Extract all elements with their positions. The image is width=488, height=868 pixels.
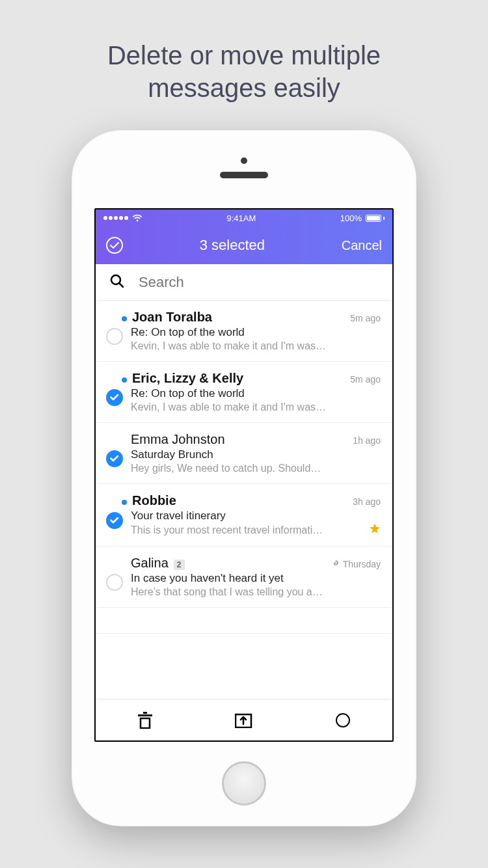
bottom-toolbar [96,699,392,740]
sender-line: Emma Johnston1h ago [131,432,381,447]
search-row[interactable] [96,264,392,301]
svg-rect-4 [143,712,147,714]
subject: Saturday Brunch [131,448,381,461]
nav-bar: 3 selected Cancel [96,226,392,264]
select-checkbox[interactable] [106,574,123,591]
screen: 9:41AM 100% 3 selected Cancel Joan Toral… [94,208,394,742]
svg-rect-3 [141,718,150,728]
preview-text: Kevin, I was able to make it and I'm was… [131,401,381,413]
wifi-icon [132,214,142,222]
phone-camera-dot [241,157,247,164]
thread-count-badge: 2 [174,560,185,570]
svg-rect-2 [138,714,152,716]
svg-line-1 [120,283,124,287]
preview-text: Here's that song that I was telling you … [131,586,381,598]
battery-icon [366,215,385,222]
promo-tagline: Delete or move multiple messages easily [107,39,381,104]
trash-icon [137,712,153,729]
unread-dot-icon [122,316,127,321]
move-folder-icon [235,712,253,728]
tagline-line2: messages easily [148,74,340,102]
message-content: Robbie3h agoYour travel itineraryThis is… [131,493,381,537]
select-checkbox[interactable] [106,389,123,406]
checkbox-column [105,556,124,598]
checkbox-column [105,310,124,352]
search-icon [110,274,124,291]
select-checkbox[interactable] [106,450,123,467]
sender-line: Joan Toralba5m ago [131,310,381,325]
message-list[interactable]: Joan Toralba5m agoRe: On top of the worl… [96,301,392,699]
check-icon [110,394,119,401]
timestamp: Thursday [331,559,381,569]
checkbox-column [105,371,124,413]
mark-read-button[interactable] [331,709,355,732]
sender-name: Emma Johnston [131,432,225,447]
sender-line: Galina2Thursday [131,556,381,571]
star-icon[interactable] [369,522,381,537]
nav-title: 3 selected [200,237,265,254]
subject: Re: On top of the world [131,326,381,339]
battery-percent: 100% [340,213,362,223]
select-checkbox[interactable] [106,328,123,345]
partial-row [96,608,392,634]
delete-button[interactable] [133,709,157,732]
sender-name: Galina [131,556,169,571]
attachment-icon [331,559,340,569]
phone-frame: 9:41AM 100% 3 selected Cancel Joan Toral… [72,130,416,826]
preview-text: Hey girls, We need to catch up. Should… [131,463,381,474]
sender-line: Eric, Lizzy & Kelly5m ago [131,371,381,386]
subject: In case you haven't heard it yet [131,572,381,585]
timestamp: 1h ago [353,435,381,446]
sender-name: Eric, Lizzy & Kelly [132,371,243,386]
status-left [103,214,142,222]
message-content: Galina2ThursdayIn case you haven't heard… [131,556,381,598]
unread-dot-icon [122,500,127,505]
checkbox-column [105,493,124,537]
message-row[interactable]: Galina2ThursdayIn case you haven't heard… [96,547,392,608]
message-content: Joan Toralba5m agoRe: On top of the worl… [131,310,381,352]
select-all-button[interactable] [106,237,123,254]
message-content: Eric, Lizzy & Kelly5m agoRe: On top of t… [131,371,381,413]
subject: Your travel itinerary [131,509,381,522]
check-icon [110,517,119,524]
sender-name: Robbie [132,493,176,508]
signal-dots-icon [103,216,128,220]
tagline-line1: Delete or move multiple [107,41,381,70]
message-row[interactable]: Emma Johnston1h agoSaturday BrunchHey gi… [96,423,392,484]
message-row[interactable]: Robbie3h agoYour travel itineraryThis is… [96,484,392,547]
preview-text: This is your most recent travel informat… [131,524,365,536]
status-bar: 9:41AM 100% [96,210,392,226]
check-icon [110,455,119,462]
status-time: 9:41AM [226,213,256,223]
cancel-button[interactable]: Cancel [342,238,382,253]
preview-text: Kevin, I was able to make it and I'm was… [131,340,381,352]
timestamp: 5m ago [350,374,381,385]
select-checkbox[interactable] [106,512,123,529]
unread-dot-icon [122,377,127,383]
move-button[interactable] [232,709,256,732]
timestamp: 3h ago [353,496,381,507]
message-row[interactable]: Joan Toralba5m agoRe: On top of the worl… [96,301,392,362]
message-row[interactable]: Eric, Lizzy & Kelly5m agoRe: On top of t… [96,362,392,423]
sender-line: Robbie3h ago [131,493,381,508]
phone-speaker [220,172,268,178]
search-input[interactable] [139,274,378,291]
check-icon [110,242,119,249]
message-content: Emma Johnston1h agoSaturday BrunchHey gi… [131,432,381,474]
subject: Re: On top of the world [131,387,381,400]
circle-icon [336,713,350,727]
checkbox-column [105,432,124,474]
home-button[interactable] [222,761,266,806]
timestamp: 5m ago [350,313,381,323]
status-right: 100% [340,213,385,223]
sender-name: Joan Toralba [132,310,212,325]
